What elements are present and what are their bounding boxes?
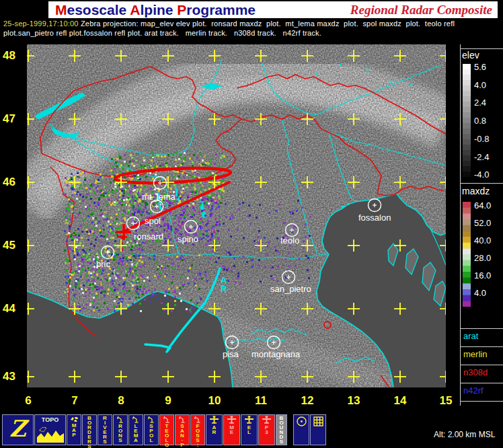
lon-label-11: 11 xyxy=(251,394,271,408)
p3-aircraft-button[interactable]: P3 xyxy=(258,414,275,445)
merlin-aircraft-button[interactable]: ME xyxy=(223,414,240,445)
radar-composite-app: Mesoscale Alpine Programme Regional Rada… xyxy=(0,0,503,448)
rivers-button[interactable]: RIVERS xyxy=(98,414,112,445)
zebra-logo-button[interactable]: Z xyxy=(2,414,34,445)
station-label: ronsard xyxy=(134,231,163,241)
button-label: RONS xyxy=(118,424,122,443)
legend-panel: elev5.64.02.40.8-0.8-2.4-4.0maxdz64.052.… xyxy=(446,40,503,412)
station-toggle-button[interactable] xyxy=(293,414,309,445)
mountain-icon xyxy=(37,424,64,443)
grid-toggle-button[interactable] xyxy=(310,414,326,445)
button-label: BORDERS xyxy=(87,416,91,448)
lon-label-9: 9 xyxy=(158,394,178,408)
lon-label-14: 14 xyxy=(390,394,410,408)
station-label: teolo xyxy=(280,235,299,246)
maxdz-tick: 4.0 xyxy=(474,288,486,298)
aircraft-id-arat: arat xyxy=(463,331,478,341)
lat-label-43: 43 xyxy=(3,370,24,383)
borders-button[interactable]: BORDERS xyxy=(82,414,97,445)
electra-aircraft-button[interactable]: EL xyxy=(241,414,258,445)
button-label: P3 xyxy=(265,425,268,435)
button-label: EL xyxy=(247,425,251,435)
lon-label-12: 12 xyxy=(297,394,317,408)
grid-icon xyxy=(313,416,324,427)
button-label: AR xyxy=(212,425,217,435)
bounds-button[interactable]: BOUNDS xyxy=(276,414,287,445)
svg-text:R: R xyxy=(221,284,227,294)
kteolo-button[interactable]: TEOLO xyxy=(159,414,174,445)
klema-button[interactable]: LEMA xyxy=(128,414,143,445)
aircraft-id-n42rf: n42rf xyxy=(463,385,483,396)
krons-button[interactable]: RONS xyxy=(113,414,128,445)
elev-tick: 4.0 xyxy=(474,80,486,90)
lon-label-8: 8 xyxy=(111,394,131,408)
legend-rule xyxy=(460,365,503,365)
elev-legend-title: elev xyxy=(462,50,479,61)
button-label: RIVERS xyxy=(103,416,107,444)
kfoss-button[interactable]: FOSS: xyxy=(190,414,205,445)
zebra-logo-glyph: Z xyxy=(9,415,26,442)
lon-label-6: 6 xyxy=(18,394,38,408)
station-label: montagnana xyxy=(252,349,301,359)
button-label: BOUNDS xyxy=(279,416,283,444)
maxdz-tick: 52.0 xyxy=(474,218,491,228)
title-segment: esoscale xyxy=(67,2,130,17)
altitude-label: Alt: 2.00 km MSL xyxy=(434,430,495,439)
toolbar: ZTOPOMAPBORDERSRIVERSRONSLEMASPOLTEOLOSA… xyxy=(2,414,327,445)
legend-rule xyxy=(460,183,503,184)
station-label: spino xyxy=(178,234,198,244)
status-text-1: Zebra projection: map_elev elev plot. ro… xyxy=(79,20,455,28)
antenna-icon xyxy=(194,416,202,423)
lon-label-7: 7 xyxy=(65,394,85,408)
maxdz-tick: 64.0 xyxy=(474,200,491,211)
legend-rule xyxy=(460,401,503,402)
page-subtitle: Regional Radar Composite xyxy=(350,3,492,17)
kspol-button[interactable]: SPOL xyxy=(144,414,159,445)
radar-map: AR bricronsardspolmt_lemaspinoteolosan_p… xyxy=(27,44,446,387)
title-segment: rogramme xyxy=(186,2,256,17)
app-title: Mesoscale Alpine Programme xyxy=(55,2,256,18)
elev-colorbar xyxy=(463,64,472,177)
topo-button[interactable]: TOPO xyxy=(34,414,66,445)
plane-icon xyxy=(227,416,237,424)
station-label: bric xyxy=(96,259,110,269)
legend-rule xyxy=(460,328,503,329)
button-label: ME xyxy=(229,425,234,435)
lat-label-46: 46 xyxy=(3,176,24,189)
lat-label-44: 44 xyxy=(3,302,24,315)
arat-aircraft-button[interactable]: AR xyxy=(206,414,223,445)
antenna-icon xyxy=(147,416,155,423)
station-label: fossalon xyxy=(358,213,391,223)
plane-icon xyxy=(244,416,254,424)
elev-tick: 0.8 xyxy=(474,116,486,126)
legend-rule xyxy=(460,48,503,49)
button-label: FOSS: xyxy=(196,424,200,447)
map-button[interactable]: MAP xyxy=(67,414,81,445)
elev-tick: -4.0 xyxy=(474,170,489,180)
lat-label-48: 48 xyxy=(3,49,24,63)
antenna-icon xyxy=(116,416,124,423)
map-icon xyxy=(70,416,79,422)
station-label: spol xyxy=(145,216,161,226)
status-line-1: 25-sep-1999,17:10:00 Zebra projection: m… xyxy=(3,20,455,28)
lat-label-45: 45 xyxy=(3,239,24,252)
aircraft-id-n308d: n308d xyxy=(463,367,488,377)
title-segment: M xyxy=(55,2,67,17)
station-label: san_pietro xyxy=(270,284,311,294)
title-segment: P xyxy=(177,2,186,17)
maxdz-tick: 16.0 xyxy=(474,270,491,281)
circle-dot-icon xyxy=(296,416,307,427)
lon-label-13: 13 xyxy=(344,394,364,408)
button-label: SPOL xyxy=(149,424,153,443)
title-segment: lpine xyxy=(140,2,177,17)
status-line-2: plot.san_pietro refl plot.fossalon refl … xyxy=(3,29,321,37)
title-bar: Mesoscale Alpine Programme Regional Rada… xyxy=(48,1,498,18)
elev-tick: -2.4 xyxy=(474,152,489,162)
aircraft-id-merlin: merlin xyxy=(463,349,487,359)
maxdz-tick: 28.0 xyxy=(474,253,491,263)
plane-icon xyxy=(209,416,219,424)
ksan-p-button[interactable]: SAN·P xyxy=(175,414,190,445)
antenna-icon xyxy=(132,416,140,423)
maxdz-colorbar xyxy=(463,202,472,307)
button-label: TEOLO xyxy=(165,424,169,447)
